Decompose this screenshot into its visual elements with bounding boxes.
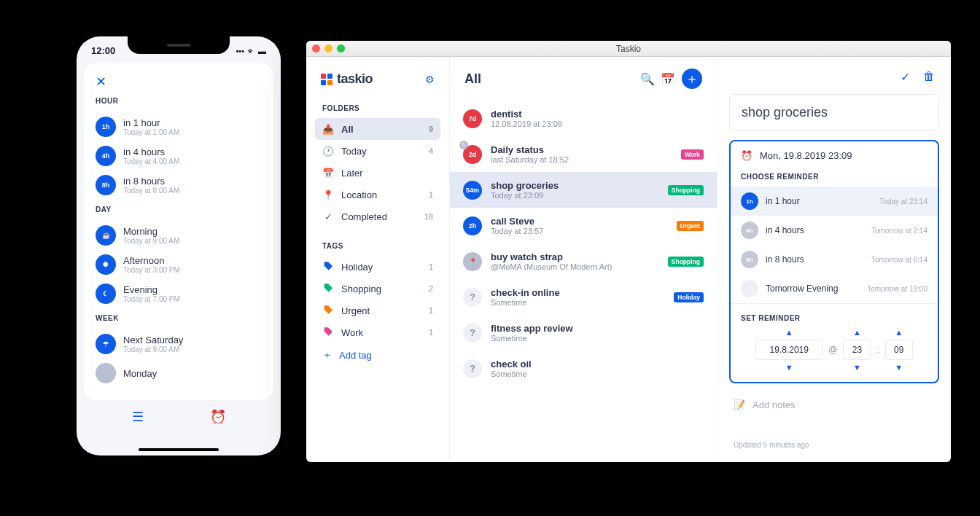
task-subtitle: Sometime: [491, 370, 704, 378]
sidebar: taskio ⚙ FOLDERS 📥All9 🕐Today4 📅Later 📍L…: [306, 57, 449, 462]
hour-item[interactable]: 4hin 4 hoursToday at 4:00 AM: [96, 141, 262, 171]
clock-icon: 🕐: [322, 145, 334, 157]
delete-icon[interactable]: 🗑: [923, 70, 935, 84]
chevron-up-icon[interactable]: ▲: [853, 328, 861, 337]
badge-4h: 4h: [96, 146, 116, 166]
gear-icon[interactable]: ⚙: [425, 74, 435, 85]
logo: taskio: [321, 71, 373, 87]
task-title: check oil: [491, 359, 704, 370]
week-item[interactable]: Monday: [96, 359, 262, 388]
task-row[interactable]: ? fitness app reviewSometime: [450, 315, 717, 351]
task-row[interactable]: 📍 buy watch strap@MoMA (Museum Of Modern…: [450, 243, 717, 279]
reminder-choice[interactable]: 4h in 4 hours Tomorrow at 2:14: [731, 216, 938, 245]
task-detail-column: ✓ 🗑 shop groceries ⏰ Mon, 19.8.2019 23:0…: [718, 57, 951, 462]
traffic-lights: [312, 44, 345, 52]
folders-label: FOLDERS: [315, 104, 440, 112]
sidebar-item-later[interactable]: 📅Later: [315, 162, 440, 184]
tag-icon: [322, 261, 334, 273]
chevron-down-icon[interactable]: ▼: [895, 363, 903, 372]
tag-shopping[interactable]: Shopping2: [315, 278, 440, 300]
note-icon: 📝: [734, 399, 745, 410]
titlebar[interactable]: Taskio: [306, 41, 951, 57]
task-row[interactable]: ? check oilSometime: [450, 351, 717, 386]
date-input[interactable]: 19.8.2019: [755, 340, 822, 360]
reminder-sub: Tomorrow at 6:14: [871, 256, 928, 264]
section-label-day: DAY: [96, 206, 262, 214]
sidebar-item-all[interactable]: 📥All9: [315, 118, 440, 140]
task-row[interactable]: ↻2d Daily statuslast Saturday at 18:52 W…: [450, 136, 717, 172]
clock-icon[interactable]: ⏰: [210, 409, 226, 425]
hour-item[interactable]: 1hin 1 hourToday at 1:00 AM: [96, 112, 262, 141]
task-badge: Work: [681, 149, 704, 160]
close-button[interactable]: [312, 44, 320, 52]
reminder-badge: 1h: [741, 192, 758, 210]
tag-icon: [322, 305, 334, 316]
afternoon-icon: ✺: [96, 254, 116, 275]
tag-icon: [322, 327, 334, 338]
hour-item[interactable]: 8hin 8 hoursToday at 8:00 AM: [96, 171, 262, 200]
task-subtitle: Today at 23:09: [491, 191, 659, 200]
phone-screen: 12:00 ••• ᯤ ▬ ✕ HOUR 1hin 1 hourToday at…: [77, 36, 281, 456]
desktop-window: Taskio taskio ⚙ FOLDERS 📥All9 🕐Today4 📅L…: [306, 41, 951, 462]
home-indicator: [139, 448, 219, 451]
tag-work[interactable]: Work1: [315, 321, 440, 343]
task-badge: Holiday: [674, 292, 704, 302]
search-icon[interactable]: 🔍: [641, 72, 654, 86]
evening-icon: ☾: [96, 284, 116, 304]
task-row[interactable]: 7d dentist12.08.2019 at 23:09: [450, 101, 717, 136]
add-tag-button[interactable]: ＋Add tag: [315, 343, 440, 367]
task-row[interactable]: 2h call SteveToday at 23:57 Urgent: [450, 208, 717, 243]
task-title: check-in online: [491, 287, 665, 298]
alarm-icon: ⏰: [741, 150, 752, 161]
day-item[interactable]: ☾EveningToday at 7:00 PM: [96, 279, 262, 308]
reminder-sub: Tomorrow at 2:14: [871, 227, 928, 235]
week-item[interactable]: ☂Next SaturdayToday at 9:00 AM: [96, 329, 262, 359]
window-title: Taskio: [616, 44, 641, 54]
task-badge: Shopping: [668, 185, 704, 195]
chevron-up-icon[interactable]: ▲: [895, 328, 903, 337]
reminder-title: in 8 hours: [766, 254, 864, 265]
add-notes-button[interactable]: 📝 Add notes: [729, 389, 939, 421]
task-title: fitness app review: [491, 323, 704, 334]
close-icon[interactable]: ✕: [96, 74, 262, 90]
list-icon[interactable]: ☰: [132, 409, 144, 425]
maximize-button[interactable]: [337, 44, 345, 52]
hour-input[interactable]: 23: [843, 340, 871, 360]
reminder-choice[interactable]: 8h in 8 hours Tomorrow at 6:14: [731, 245, 938, 274]
task-time-badge: 7d: [463, 109, 482, 128]
reminder-badge: [741, 280, 758, 297]
battery-icon: ▬: [258, 47, 266, 55]
tag-urgent[interactable]: Urgent1: [315, 300, 440, 321]
task-row[interactable]: ? check-in onlineSometime Holiday: [450, 279, 717, 315]
section-label-hour: HOUR: [96, 97, 262, 105]
complete-icon[interactable]: ✓: [901, 70, 910, 84]
minute-input[interactable]: 09: [885, 340, 913, 360]
chevron-down-icon[interactable]: ▼: [785, 363, 793, 372]
calendar-icon[interactable]: 📅: [661, 72, 674, 86]
sidebar-item-today[interactable]: 🕐Today4: [315, 140, 440, 162]
sidebar-item-location[interactable]: 📍Location1: [315, 184, 440, 206]
day-item[interactable]: ☕MorningToday at 9:00 AM: [96, 221, 262, 250]
updated-at: Updated 5 minutes ago: [729, 438, 939, 452]
sidebar-item-completed[interactable]: ✓Completed18: [315, 206, 440, 227]
reminder-choice[interactable]: 1h in 1 hour Today at 23:14: [731, 187, 938, 216]
reminder-header[interactable]: ⏰ Mon, 19.8.2019 23:09: [731, 141, 938, 170]
task-title-input[interactable]: shop groceries: [729, 94, 939, 131]
add-task-button[interactable]: ＋: [682, 69, 702, 89]
wifi-icon: ᯤ: [247, 47, 255, 55]
badge-8h: 8h: [96, 175, 116, 195]
task-badge: Urgent: [677, 221, 704, 231]
task-subtitle: Sometime: [491, 298, 665, 307]
task-time-badge: ?: [463, 324, 482, 343]
task-title: call Steve: [491, 216, 668, 227]
reminder-choice[interactable]: Tomorrow Evening Tomorrow at 19:00: [731, 274, 938, 303]
task-time-badge: ?: [463, 359, 482, 378]
tag-holiday[interactable]: Holiday1: [315, 256, 440, 278]
status-icons: ••• ᯤ ▬: [236, 45, 266, 56]
minimize-button[interactable]: [324, 44, 332, 52]
task-row[interactable]: 54m shop groceriesToday at 23:09 Shoppin…: [450, 172, 717, 208]
chevron-up-icon[interactable]: ▲: [785, 328, 793, 337]
day-item[interactable]: ✺AfternoonToday at 3:00 PM: [96, 250, 262, 279]
chevron-down-icon[interactable]: ▼: [853, 363, 861, 372]
choose-reminder-label: CHOOSE REMINDER: [731, 170, 938, 187]
